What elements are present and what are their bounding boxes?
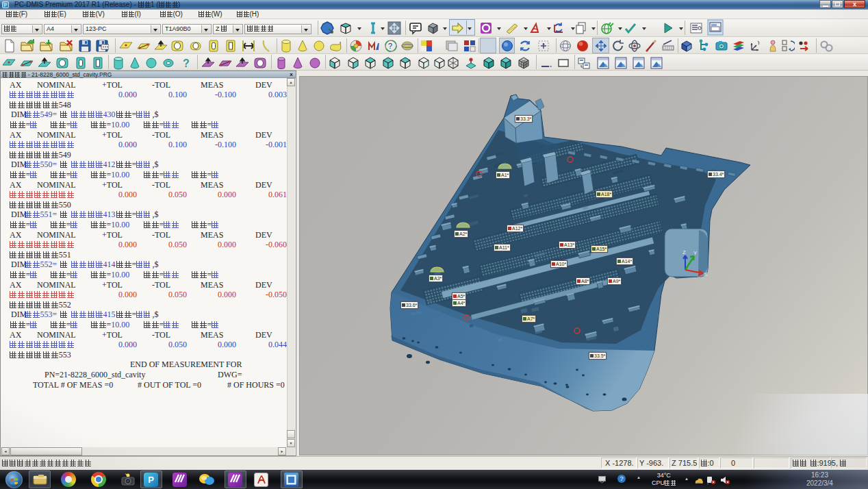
svg-text:X: X xyxy=(704,271,708,277)
svg-text:Z: Z xyxy=(682,249,686,255)
svg-text:?: ? xyxy=(388,42,392,50)
svg-text:Y: Y xyxy=(693,250,698,256)
svg-text:?: ? xyxy=(183,58,190,69)
